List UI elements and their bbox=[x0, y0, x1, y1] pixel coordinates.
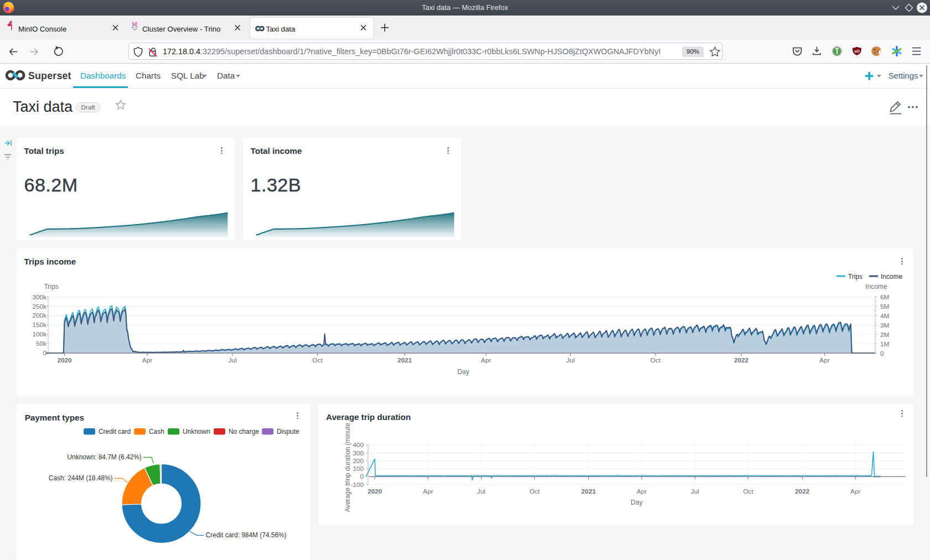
svg-text:Apr: Apr bbox=[423, 488, 433, 495]
svg-text:Jul: Jul bbox=[691, 488, 699, 495]
svg-text:Apr: Apr bbox=[850, 488, 860, 495]
svg-text:-100: -100 bbox=[350, 481, 364, 489]
svg-text:Average trinp duration (minute: Average trinp duration (minute bbox=[344, 423, 352, 512]
svg-text:Jul: Jul bbox=[477, 488, 485, 495]
svg-text:Oct: Oct bbox=[743, 488, 753, 495]
svg-text:2022: 2022 bbox=[795, 488, 810, 495]
svg-text:100: 100 bbox=[353, 465, 364, 473]
svg-text:0: 0 bbox=[360, 473, 364, 480]
svg-text:2021: 2021 bbox=[581, 488, 596, 495]
svg-text:Apr: Apr bbox=[637, 488, 647, 495]
svg-text:200: 200 bbox=[353, 457, 364, 465]
svg-text:2020: 2020 bbox=[368, 488, 383, 495]
svg-text:Day: Day bbox=[631, 499, 642, 506]
svg-text:300: 300 bbox=[353, 449, 364, 457]
svg-text:Oct: Oct bbox=[529, 488, 540, 495]
svg-text:400: 400 bbox=[353, 441, 364, 449]
